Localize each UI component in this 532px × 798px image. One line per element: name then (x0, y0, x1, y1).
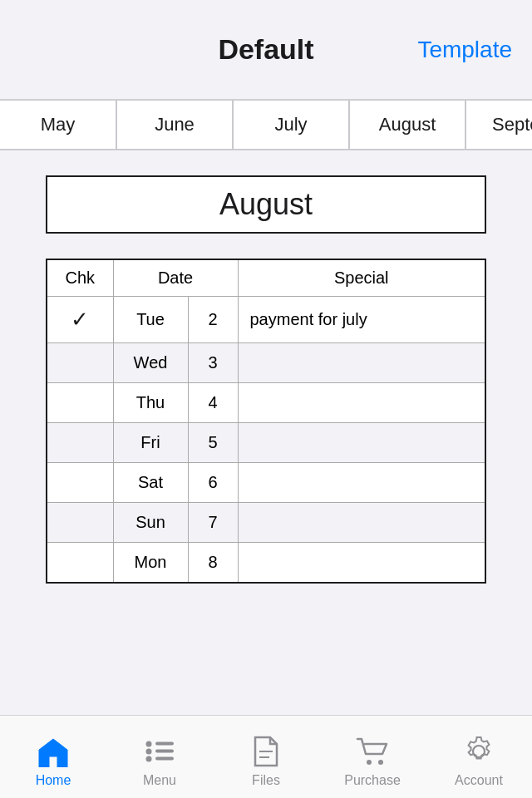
page-title: Default (218, 33, 313, 66)
table-row: ✓Tue2payment for july (47, 297, 485, 343)
month-tab-may[interactable]: May (0, 100, 116, 150)
nav-label-purchase: Purchase (344, 773, 401, 788)
nav-label-files: Files (252, 773, 280, 788)
table-row: Sun7 (47, 503, 485, 543)
day-cell: Tue (113, 297, 188, 343)
nav-item-purchase[interactable]: Purchase (319, 727, 426, 788)
date-num-cell: 6 (188, 463, 238, 503)
chk-cell[interactable] (47, 383, 113, 423)
special-cell (238, 503, 485, 543)
svg-point-2 (146, 756, 152, 761)
special-cell (238, 463, 485, 503)
date-num-cell: 7 (188, 503, 238, 543)
svg-point-0 (146, 741, 152, 746)
month-tab-july[interactable]: July (233, 100, 349, 150)
nav-label-menu: Menu (143, 773, 176, 788)
col-header-chk: Chk (47, 259, 113, 297)
day-cell: Fri (113, 423, 188, 463)
svg-point-9 (378, 760, 383, 765)
template-button[interactable]: Template (417, 37, 512, 63)
purchase-icon (354, 733, 391, 770)
files-icon (248, 733, 284, 770)
date-num-cell: 3 (188, 343, 238, 383)
special-cell (238, 423, 485, 463)
nav-item-menu[interactable]: Menu (106, 727, 213, 788)
table-row: Fri5 (47, 423, 485, 463)
home-icon (35, 733, 71, 770)
month-tabs: MayJuneJulyAugustSeptem (0, 100, 532, 150)
day-cell: Wed (113, 343, 188, 383)
table-row: Thu4 (47, 383, 485, 423)
nav-item-account[interactable]: Account (426, 727, 532, 788)
nav-label-account: Account (455, 773, 503, 788)
table-row: Mon8 (47, 543, 485, 584)
special-cell (238, 383, 485, 423)
month-display-box: August (46, 175, 486, 234)
chk-cell[interactable] (47, 543, 113, 584)
special-cell: payment for july (238, 297, 485, 343)
nav-item-home[interactable]: Home (0, 727, 106, 788)
date-num-cell: 8 (188, 543, 238, 584)
special-cell (238, 543, 485, 584)
day-cell: Sat (113, 463, 188, 503)
month-tab-septem[interactable]: Septem (466, 100, 532, 150)
header: Default Template (0, 0, 532, 100)
date-num-cell: 4 (188, 383, 238, 423)
svg-rect-5 (155, 756, 174, 760)
col-header-date: Date (113, 259, 238, 297)
table-row: Sat6 (47, 463, 485, 503)
month-display-text: August (219, 187, 313, 222)
menu-icon (141, 733, 178, 770)
svg-rect-4 (155, 749, 174, 752)
svg-point-1 (146, 748, 152, 754)
table-row: Wed3 (47, 343, 485, 383)
col-header-special: Special (238, 259, 485, 297)
day-cell: Sun (113, 503, 188, 543)
svg-point-8 (367, 760, 372, 765)
chk-cell[interactable] (47, 423, 113, 463)
chk-cell[interactable] (47, 463, 113, 503)
chk-cell[interactable] (47, 343, 113, 383)
month-tab-august[interactable]: August (349, 100, 466, 150)
svg-rect-3 (155, 741, 174, 745)
date-num-cell: 5 (188, 423, 238, 463)
chk-cell[interactable] (47, 503, 113, 543)
bottom-nav: Home Menu Files Purchase Account (0, 715, 532, 798)
account-icon (461, 733, 497, 770)
date-num-cell: 2 (188, 297, 238, 343)
nav-item-files[interactable]: Files (213, 727, 319, 788)
month-tab-june[interactable]: June (116, 100, 233, 150)
main-content: August Chk Date Special ✓Tue2payment for… (0, 150, 532, 600)
day-cell: Thu (113, 383, 188, 423)
special-cell (238, 343, 485, 383)
chk-cell[interactable]: ✓ (47, 297, 113, 343)
day-cell: Mon (113, 543, 188, 584)
nav-label-home: Home (36, 773, 71, 788)
checkmark-icon: ✓ (71, 307, 89, 332)
calendar-table: Chk Date Special ✓Tue2payment for julyWe… (46, 259, 486, 584)
